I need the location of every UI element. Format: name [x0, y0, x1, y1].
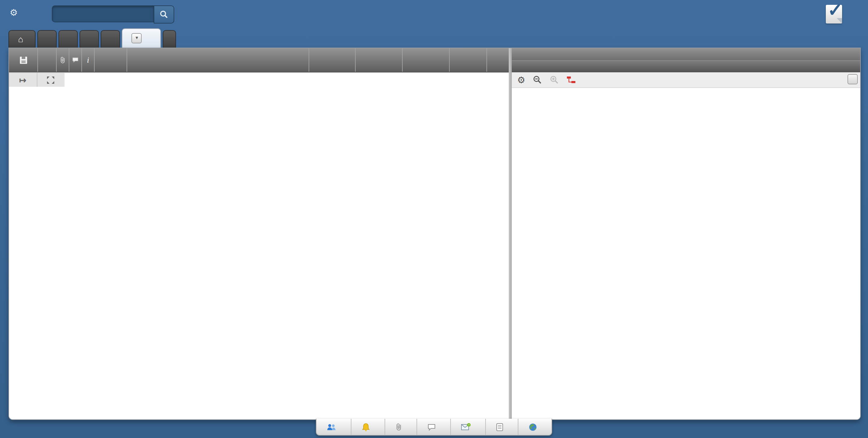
account-menu[interactable]: ⚙ [10, 8, 21, 17]
search-area [52, 5, 174, 24]
bottom-toolbar: ? [316, 419, 552, 436]
at-risk-column-header[interactable] [94, 48, 127, 72]
paperclip-icon [60, 56, 66, 64]
discussion-column-header[interactable] [69, 48, 82, 72]
task-grid: i ↦ [9, 48, 509, 419]
grid-header: i [9, 48, 509, 72]
tab-gantt-project-active[interactable]: ▼ [122, 28, 161, 47]
assigned-to-column-header[interactable] [402, 48, 449, 72]
gantt-body: ⚙ [512, 72, 860, 419]
top-bar: ⚙ ? ✓ [0, 0, 868, 29]
gantt-toolbar: ⚙ [512, 72, 860, 88]
tab-bar: ⌂ ▼ [8, 29, 860, 47]
paperclip-icon [396, 423, 402, 431]
tab-home[interactable]: ⌂ [8, 30, 36, 47]
gantt-settings-gear-icon[interactable]: ⚙ [517, 74, 525, 85]
publish-button[interactable] [518, 419, 552, 435]
update-requests-button[interactable]: ? [451, 419, 486, 435]
grid-footer-strip: ↦ [9, 72, 509, 87]
critical-path-icon[interactable] [567, 76, 576, 84]
duration-column-header[interactable] [449, 48, 487, 72]
search-button[interactable] [154, 5, 174, 24]
grid-gantt-divider[interactable] [509, 48, 512, 419]
search-icon [160, 10, 168, 19]
gantt-week-header [512, 48, 860, 60]
svg-text:?: ? [468, 423, 470, 427]
end-date-column-header[interactable] [355, 48, 402, 72]
row-number-column-header[interactable] [37, 48, 56, 72]
alerts-button[interactable] [351, 419, 385, 435]
grid-footer-buttons: ↦ [9, 73, 64, 87]
save-column-header[interactable] [9, 48, 37, 72]
gantt-day-header [512, 60, 860, 72]
bell-icon [362, 423, 370, 431]
envelope-question-icon: ? [461, 423, 471, 431]
percent-complete-column-header[interactable] [487, 48, 509, 72]
task-name-column-header[interactable] [127, 48, 309, 72]
tab-andrew-test[interactable] [80, 30, 99, 47]
logo-checkbox-icon: ✓ [826, 5, 842, 24]
expand-fullscreen-button[interactable] [37, 73, 64, 87]
attachments-button[interactable] [385, 419, 417, 435]
expand-arrows-icon [47, 76, 55, 84]
info-icon: i [87, 56, 89, 64]
tab-vicky-test[interactable] [101, 30, 120, 47]
discussions-button[interactable] [417, 419, 451, 435]
smartsheet-app: ⚙ ? ✓ ⌂ [0, 0, 868, 438]
speech-bubble-icon [427, 423, 436, 431]
zoom-out-icon[interactable] [533, 75, 542, 85]
gantt-close-button[interactable] [847, 74, 858, 85]
search-input[interactable] [52, 5, 154, 22]
smartsheet-logo: ✓ [826, 5, 846, 24]
tab-cooksey-test[interactable] [38, 30, 57, 47]
bottom-toolbar-area: ? [0, 419, 868, 438]
gear-icon: ⚙ [10, 8, 18, 17]
tab-dropdown-button[interactable]: ▼ [132, 33, 142, 43]
sheet-panel: i ↦ [8, 47, 861, 420]
new-tab-button[interactable] [163, 30, 176, 47]
speech-bubble-icon [72, 57, 79, 63]
save-icon [19, 56, 27, 64]
globe-icon [529, 423, 537, 431]
info-column-header[interactable]: i [82, 48, 94, 72]
web-forms-button[interactable] [486, 419, 518, 435]
gantt-dependency-lines [512, 72, 860, 405]
zoom-in-icon-disabled[interactable] [550, 75, 559, 85]
start-date-column-header[interactable] [309, 48, 355, 72]
form-icon [496, 423, 503, 431]
home-icon: ⌂ [18, 31, 23, 47]
gantt-panel: ⚙ [512, 48, 860, 419]
people-icon [327, 423, 336, 431]
tab-rob-test[interactable] [59, 30, 78, 47]
attachment-column-header[interactable] [56, 48, 69, 72]
indent-arrow-button[interactable]: ↦ [9, 73, 37, 87]
sharing-button[interactable] [316, 419, 351, 435]
